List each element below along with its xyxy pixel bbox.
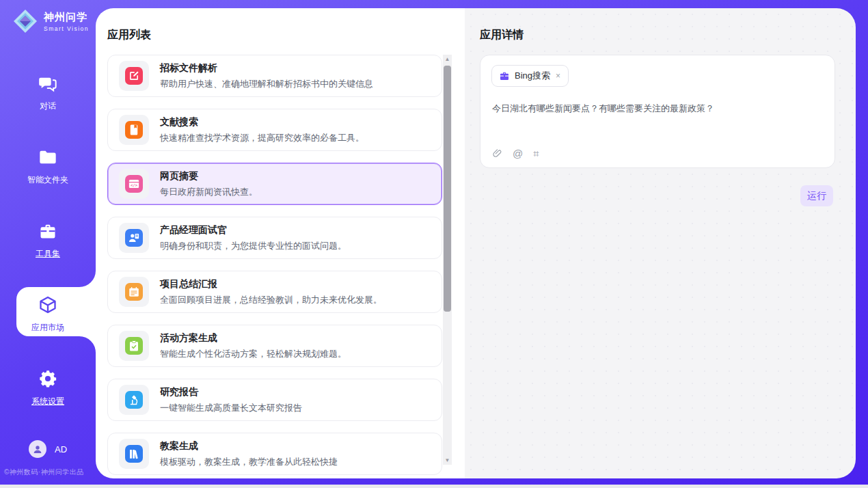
person-icon	[32, 444, 43, 455]
interviewer-icon	[125, 229, 143, 247]
app-card-list: 招标文件解析 帮助用户快速、准确地理解和解析招标书中的关键信息 文献搜索 快速精…	[107, 55, 442, 478]
app-card-description: 一键智能生成高质量长文本研究报告	[160, 402, 302, 414]
briefcase-icon	[499, 70, 510, 81]
copyright-footer: ©神州数码·神州问学出品	[4, 467, 94, 477]
sidebar-item-smart-folders[interactable]: 智能文件夹	[0, 148, 96, 186]
sidebar-item-toolset[interactable]: 工具集	[0, 221, 96, 260]
books-icon	[125, 445, 143, 463]
app-card-project-summary[interactable]: 项目总结汇报 全面回顾项目进展，总结经验教训，助力未来优化发展。	[107, 271, 442, 313]
chat-icon	[38, 74, 57, 93]
app-card-title: 网页摘要	[160, 170, 258, 182]
app-card-lesson-plan[interactable]: 教案生成 模板驱动，教案生成，教学准备从此轻松快捷	[107, 433, 442, 475]
sidebar-item-settings[interactable]: 系统设置	[0, 369, 96, 407]
tool-chip-bing-search[interactable]: Bing搜索 ×	[491, 65, 569, 87]
folder-icon	[38, 148, 57, 167]
close-icon[interactable]: ×	[555, 71, 561, 81]
brand-name: 神州问学	[44, 11, 89, 24]
app-detail-title: 应用详情	[480, 28, 524, 42]
app-card-title: 项目总结汇报	[160, 278, 382, 290]
sidebar-item-label: 工具集	[0, 248, 96, 260]
research-icon	[125, 391, 143, 409]
svg-text:</>: </>	[131, 183, 138, 187]
app-card-title: 研究报告	[160, 386, 302, 398]
app-detail-panel: 应用详情 Bing搜索 × 今日湖北有哪些新闻要点？有哪些需要关注的最新政策？ …	[465, 8, 856, 478]
run-button[interactable]: 运行	[800, 185, 833, 206]
app-card-title: 招标文件解析	[160, 62, 373, 74]
tool-chip-label: Bing搜索	[515, 70, 550, 82]
book-icon	[125, 121, 143, 139]
brand-subtitle: Smart Vision	[44, 25, 89, 32]
calendar-note-icon	[125, 283, 143, 301]
scroll-up-arrow-icon[interactable]: ▲	[443, 55, 452, 64]
toolbox-icon	[38, 221, 57, 241]
app-card-description: 智能生成个性化活动方案，轻松解决规划难题。	[160, 348, 347, 360]
app-card-description: 每日政府新闻资讯快查。	[160, 186, 258, 198]
sidebar-item-label: 对话	[0, 100, 96, 112]
diamond-gem-icon	[12, 8, 38, 34]
app-card-research-report[interactable]: 研究报告 一键智能生成高质量长文本研究报告	[107, 379, 442, 421]
app-card-title: 产品经理面试官	[160, 224, 347, 236]
sidebar: 神州问学 Smart Vision 对话 智能文件夹 工具集 应用市场	[0, 0, 96, 488]
at-icon[interactable]: @	[513, 148, 523, 159]
user-account[interactable]: AD	[0, 440, 96, 458]
app-card-description: 快速精准查找学术资源，提高研究效率的必备工具。	[160, 132, 364, 144]
app-card-literature-search[interactable]: 文献搜索 快速精准查找学术资源，提高研究效率的必备工具。	[107, 109, 442, 151]
app-card-pm-interviewer[interactable]: 产品经理面试官 明确身份和职责，为您提供专业性的面试问题。	[107, 217, 442, 259]
app-card-description: 全面回顾项目进展，总结经验教训，助力未来优化发展。	[160, 294, 382, 306]
app-card-description: 明确身份和职责，为您提供专业性的面试问题。	[160, 240, 347, 252]
prompt-text-area[interactable]: 今日湖北有哪些新闻要点？有哪些需要关注的最新政策？	[492, 102, 824, 116]
prompt-card: Bing搜索 × 今日湖北有哪些新闻要点？有哪些需要关注的最新政策？ @ ⌗	[480, 55, 835, 168]
browser-code-icon: </>	[125, 175, 143, 193]
app-card-description: 帮助用户快速、准确地理解和解析招标书中的关键信息	[160, 78, 373, 90]
scroll-down-arrow-icon[interactable]: ▼	[443, 456, 452, 465]
gear-icon	[38, 369, 57, 388]
hash-icon[interactable]: ⌗	[533, 148, 539, 159]
app-list-panel: 应用列表 招标文件解析 帮助用户快速、准确地理解和解析招标书中的关键信息 文献搜…	[96, 8, 465, 478]
sidebar-item-app-market[interactable]: 应用市场	[0, 295, 96, 334]
sidebar-item-label: 系统设置	[0, 396, 96, 407]
brand-logo: 神州问学 Smart Vision	[12, 8, 89, 34]
app-card-title: 活动方案生成	[160, 332, 347, 344]
app-card-web-summary[interactable]: </> 网页摘要 每日政府新闻资讯快查。	[107, 163, 442, 205]
scrollbar-thumb[interactable]	[444, 66, 451, 312]
clipboard-check-icon	[125, 337, 143, 355]
app-card-event-plan[interactable]: 活动方案生成 智能生成个性化活动方案，轻松解决规划难题。	[107, 325, 442, 367]
edit-square-icon	[125, 67, 143, 85]
sidebar-item-chat[interactable]: 对话	[0, 74, 96, 112]
bottom-edge-strip	[0, 485, 868, 488]
paperclip-icon[interactable]	[492, 148, 502, 159]
app-card-title: 教案生成	[160, 440, 338, 452]
avatar	[29, 440, 46, 458]
attachment-toolbar: @ ⌗	[492, 148, 539, 159]
app-card-description: 模板驱动，教案生成，教学准备从此轻松快捷	[160, 456, 338, 468]
app-card-tender-analysis[interactable]: 招标文件解析 帮助用户快速、准确地理解和解析招标书中的关键信息	[107, 55, 442, 97]
list-scrollbar[interactable]: ▲ ▼	[443, 55, 452, 465]
app-list-title: 应用列表	[107, 28, 151, 42]
sidebar-item-label: 智能文件夹	[0, 174, 96, 186]
cube-icon	[38, 295, 57, 314]
app-card-title: 文献搜索	[160, 116, 364, 128]
sidebar-item-label: 应用市场	[0, 322, 96, 334]
user-initials: AD	[55, 444, 67, 455]
